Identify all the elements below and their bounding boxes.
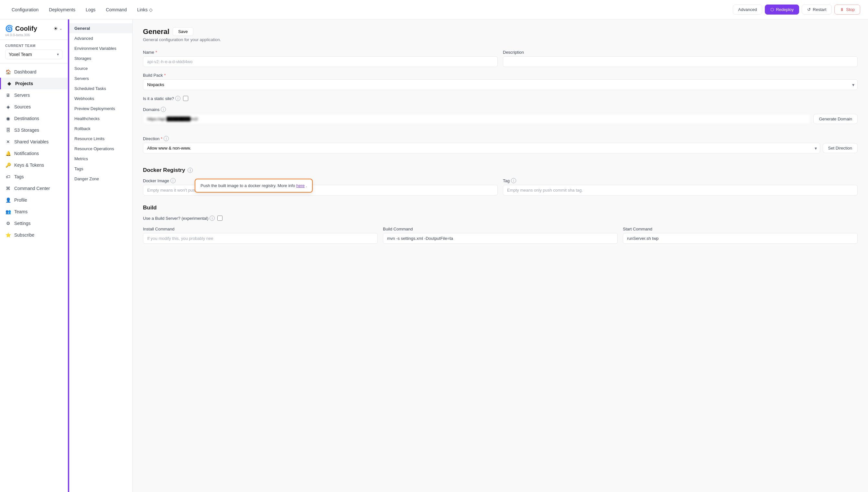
docker-registry-info-icon[interactable]: i [188, 168, 193, 173]
submenu-item-storages[interactable]: Storages [68, 53, 132, 64]
submenu-item-danger-zone[interactable]: Danger Zone [68, 174, 132, 184]
sidebar-item-s3storages[interactable]: 🗄 S3 Storages [0, 124, 68, 136]
nav-configuration[interactable]: Configuration [8, 5, 42, 14]
build-server-info-icon[interactable]: i [210, 216, 215, 221]
sidebar-item-servers[interactable]: 🖥 Servers [0, 89, 68, 101]
static-site-info-icon[interactable]: i [175, 96, 181, 101]
direction-select-wrapper: Allow www & non-www. www only non-www on… [143, 143, 820, 153]
sidebar-item-destinations[interactable]: ◉ Destinations [0, 113, 68, 124]
submenu-item-source[interactable]: Source [68, 64, 132, 73]
submenu-item-resource-operations[interactable]: Resource Operations [68, 144, 132, 154]
docker-registry-section: Docker Registry i Push the built image t… [143, 167, 858, 196]
domain-row: Generate Domain [143, 114, 858, 124]
direction-label: Direction * i [143, 136, 858, 141]
submenu-item-general[interactable]: General [68, 23, 132, 33]
domains-info-icon[interactable]: i [161, 107, 166, 112]
docker-image-info-icon[interactable]: i [170, 178, 176, 183]
buildpack-select[interactable]: Nixpacks Docker Static [143, 79, 858, 90]
sidebar-item-teams[interactable]: 👥 Teams [0, 206, 68, 218]
submenu-item-resource-limits[interactable]: Resource Limits [68, 134, 132, 144]
build-commands-grid: Install Command Build Command Start Comm… [143, 227, 858, 244]
buildpack-select-wrapper: Nixpacks Docker Static ▾ [143, 79, 858, 90]
sidebar-item-tags[interactable]: 🏷 Tags [0, 171, 68, 182]
restart-icon: ↺ [807, 7, 811, 12]
build-command-input[interactable] [383, 233, 618, 244]
sidebar-item-subscribe[interactable]: ⭐ Subscribe [0, 229, 68, 241]
build-server-row: Use a Build Server? (experimental) i [143, 216, 858, 221]
advanced-button[interactable]: Advanced [733, 4, 763, 15]
nav-logs[interactable]: Logs [82, 5, 99, 14]
sidebar-item-sharedvariables[interactable]: ✕ Shared Variables [0, 136, 68, 148]
team-selector[interactable]: Yoxel Team ▾ [5, 50, 62, 59]
key-icon: 🔑 [5, 162, 11, 168]
topbar: Configuration Deployments Logs Command L… [0, 0, 868, 19]
submenu-item-metrics[interactable]: Metrics [68, 154, 132, 164]
sidebar-item-projects[interactable]: ◈ Projects [0, 78, 68, 89]
save-button[interactable]: Save [173, 27, 193, 36]
submenu-item-healthchecks[interactable]: Healthchecks [68, 114, 132, 124]
domains-input[interactable] [143, 114, 811, 124]
build-command-group: Build Command [383, 227, 618, 244]
sidebar-item-settings[interactable]: ⚙ Settings [0, 218, 68, 229]
buildpack-label: Build Pack * [143, 73, 858, 78]
bell-icon: 🔔 [5, 150, 11, 156]
submenu-item-env-vars[interactable]: Environment Variables [68, 43, 132, 53]
sidebar-item-dashboard[interactable]: 🏠 Dashboard [0, 66, 68, 78]
set-direction-button[interactable]: Set Direction [823, 143, 858, 153]
sidebar-item-keys[interactable]: 🔑 Keys & Tokens [0, 159, 68, 171]
variables-icon: ✕ [5, 139, 11, 145]
submenu-item-rollback[interactable]: Rollback [68, 124, 132, 134]
start-command-input[interactable] [623, 233, 858, 244]
tag-info-icon[interactable]: i [511, 178, 516, 183]
tags-icon: 🏷 [5, 174, 11, 180]
restart-button[interactable]: ↺ Restart [802, 4, 832, 15]
theme-icon[interactable]: ☀ [53, 26, 58, 32]
submenu: General Advanced Environment Variables S… [68, 19, 133, 492]
submenu-item-advanced[interactable]: Advanced [68, 33, 132, 43]
teams-icon: 👥 [5, 209, 11, 215]
direction-group: Direction * i Allow www & non-www. www o… [143, 136, 858, 159]
build-title: Build [143, 204, 858, 211]
sidebar-item-sources[interactable]: ◈ Sources [0, 101, 68, 113]
build-command-label: Build Command [383, 227, 618, 231]
submenu-item-tags[interactable]: Tags [68, 164, 132, 174]
install-command-group: Install Command [143, 227, 378, 244]
install-command-label: Install Command [143, 227, 378, 231]
redeploy-button[interactable]: ⬡ Redeploy [765, 4, 799, 15]
docker-registry-title: Docker Registry i [143, 167, 858, 173]
name-input[interactable] [143, 56, 498, 67]
tag-input[interactable] [503, 185, 858, 196]
tooltip-link[interactable]: here [296, 183, 305, 188]
direction-info-icon[interactable]: i [164, 136, 169, 141]
brand-section: 🌀 Coolify ☀ ⌄ v4.0.0-beta.306 [0, 19, 68, 40]
build-server-label: Use a Build Server? (experimental) i [143, 216, 215, 221]
sidebar-item-profile[interactable]: 👤 Profile [0, 194, 68, 206]
description-group: Description [503, 50, 858, 67]
description-input[interactable] [503, 56, 858, 67]
s3-icon: 🗄 [5, 127, 11, 133]
direction-select[interactable]: Allow www & non-www. www only non-www on… [143, 143, 820, 153]
generate-domain-button[interactable]: Generate Domain [813, 114, 858, 124]
docker-registry-tooltip: Push the built image to a docker registr… [195, 179, 313, 193]
topbar-actions: Advanced ⬡ Redeploy ↺ Restart ⏸ Stop [733, 4, 860, 15]
build-server-checkbox[interactable] [217, 216, 222, 221]
sidebar-item-notifications[interactable]: 🔔 Notifications [0, 148, 68, 159]
submenu-item-scheduled-tasks[interactable]: Scheduled Tasks [68, 83, 132, 94]
expand-icon[interactable]: ⌄ [59, 26, 62, 31]
nav-links[interactable]: Links ◇ [133, 5, 157, 14]
nav-deployments[interactable]: Deployments [45, 5, 79, 14]
static-site-checkbox[interactable] [183, 96, 188, 101]
name-group: Name * [143, 50, 498, 67]
section-subtitle: General configuration for your applicati… [143, 37, 858, 42]
stop-button[interactable]: ⏸ Stop [834, 4, 860, 15]
nav-command[interactable]: Command [102, 5, 131, 14]
submenu-item-webhooks[interactable]: Webhooks [68, 94, 132, 104]
team-section: Current Team Yoxel Team ▾ [0, 40, 68, 64]
submenu-item-servers[interactable]: Servers [68, 73, 132, 83]
sidebar-item-commandcenter[interactable]: ⌘ Command Center [0, 182, 68, 194]
submenu-item-preview-deployments[interactable]: Preview Deployments [68, 104, 132, 114]
static-site-row: Is it a static site? i [143, 96, 858, 101]
main-content: General Save General configuration for y… [133, 19, 868, 492]
install-command-input[interactable] [143, 233, 378, 244]
buildpack-group: Build Pack * Nixpacks Docker Static ▾ [143, 73, 858, 90]
